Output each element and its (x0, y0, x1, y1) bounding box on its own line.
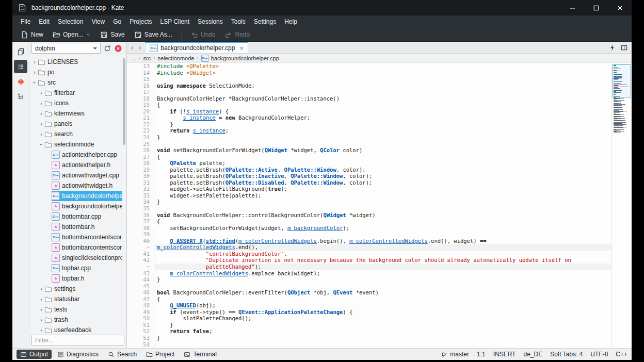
expander-icon[interactable]: › (31, 59, 38, 65)
tree-item-backgroundcolorhelper-h[interactable]: hbackgroundcolorhelper.h (29, 201, 126, 211)
tree-item-actionwithwidget-cpp[interactable]: C++actionwithwidget.cpp (29, 170, 126, 180)
code-segment: using namespace (157, 83, 206, 89)
sidebar-git-button[interactable] (14, 75, 27, 88)
code-line: 22 } (127, 121, 611, 128)
lightning-icon[interactable] (609, 44, 616, 51)
project-toolview-button[interactable]: Project (142, 350, 178, 359)
menu-item-lsp-client[interactable]: LSP Client (156, 15, 194, 28)
save-as-button[interactable]: Save As... (130, 30, 176, 40)
status-cursor-position[interactable]: 1:1 (477, 351, 486, 358)
tree-item-bottombar-cpp[interactable]: C++bottombar.cpp (29, 211, 126, 222)
sidebar-symbols-button[interactable] (14, 90, 27, 103)
menu-item-help[interactable]: Help (280, 15, 301, 28)
expander-icon[interactable]: › (38, 131, 44, 137)
redo-button-label: Redo (235, 31, 250, 38)
menu-item-edit[interactable]: Edit (35, 15, 54, 28)
tree-item-tests[interactable]: ›tests (29, 304, 126, 315)
code-segment (157, 264, 206, 270)
expander-icon[interactable]: › (38, 327, 44, 333)
new-button[interactable]: New (17, 30, 47, 40)
expander-icon[interactable]: › (38, 110, 44, 117)
menu-item-sessions[interactable]: Sessions (194, 15, 227, 28)
split-view-icon[interactable] (620, 44, 628, 52)
close-button[interactable] (608, 0, 632, 15)
text-editor[interactable]: 13#include <QPalette>14#include <QWidget… (127, 63, 611, 348)
tree-item-actiontexthelper-cpp[interactable]: C++actiontexthelper.cpp (29, 150, 126, 160)
status-encoding[interactable]: UTF-8 (590, 351, 608, 358)
tree-item-kitemviews[interactable]: ›kitemviews (29, 108, 126, 119)
tree-item-bottombarcontentscont-[interactable]: C++bottombarcontentscont... (29, 232, 126, 242)
expander-icon[interactable]: › (31, 79, 38, 86)
status-dictionary[interactable]: de_DE (523, 351, 542, 358)
maximize-button[interactable] (584, 0, 608, 15)
tree-item-licenses[interactable]: ›LICENSES (29, 57, 126, 67)
expander-icon[interactable]: › (38, 286, 44, 292)
expander-icon[interactable]: › (38, 306, 44, 312)
status-input-mode[interactable]: INSERT (493, 351, 516, 358)
status-git-branch[interactable]: master (441, 351, 469, 358)
expander-icon[interactable]: › (38, 296, 44, 302)
tree-item-po[interactable]: ›po (29, 67, 126, 77)
menu-item-projects[interactable]: Projects (125, 15, 156, 28)
expander-icon[interactable]: › (31, 69, 38, 75)
output-toolview-button[interactable]: Output (17, 350, 52, 359)
tree-item-selectionmode[interactable]: ›selectionmode (29, 139, 126, 150)
minimap-viewport[interactable] (613, 64, 631, 97)
sidebar-documents-button[interactable] (14, 45, 27, 58)
tree-item-bottombar-h[interactable]: hbottombar.h (29, 222, 126, 232)
diagnostics-toolview-button[interactable]: Diagnostics (54, 350, 102, 359)
tab-close-icon[interactable]: × (239, 44, 244, 52)
expander-icon[interactable]: › (38, 317, 44, 323)
tree-item-statusbar[interactable]: ›statusbar (29, 294, 126, 304)
tree-item-src[interactable]: ›src (29, 77, 126, 88)
tree-item-userfeedback[interactable]: ›userfeedback (29, 325, 126, 333)
menu-item-go[interactable]: Go (109, 15, 125, 28)
minimize-button[interactable] (560, 0, 584, 15)
open-button[interactable]: Open... (49, 30, 95, 40)
code-line: 18BackgroundColorHelper *BackgroundColor… (127, 95, 611, 102)
tree-item-icons[interactable]: ›icons (29, 98, 126, 108)
search-toolview-button[interactable]: Search (104, 350, 140, 359)
refresh-button[interactable] (103, 44, 111, 53)
tree-item-actionwithwidget-h[interactable]: hactionwithwidget.h (29, 180, 126, 191)
undo-button[interactable]: Undo (186, 30, 220, 40)
back-button[interactable]: ‹ (131, 43, 134, 52)
save-button[interactable]: Save (96, 30, 128, 40)
tree-item-filterbar[interactable]: ›filterbar (29, 88, 126, 98)
tree-item-actiontexthelper-h[interactable]: hactiontexthelper.h (29, 160, 126, 170)
minimap-scrollbar[interactable] (611, 63, 632, 348)
document-tab[interactable]: C++ backgroundcolorhelper.cpp × (145, 42, 248, 53)
close-project-button[interactable] (114, 44, 122, 53)
expander-icon[interactable]: › (38, 141, 44, 147)
tree-item-trash[interactable]: ›trash (29, 315, 126, 325)
breadcrumb-item[interactable]: backgroundcolorhelper.cpp (211, 55, 279, 61)
tree-item-topbar-h[interactable]: htopbar.h (29, 273, 126, 284)
tree-item-singleclickselectionproxy-[interactable]: hsingleclickselectionproxy... (29, 253, 126, 263)
breadcrumb-item[interactable]: src (143, 55, 151, 61)
terminal-toolview-button[interactable]: Terminal (180, 350, 220, 359)
tree-item-topbar-cpp[interactable]: C++topbar.cpp (29, 263, 126, 273)
forward-button[interactable]: › (139, 43, 141, 52)
status-tab-settings[interactable]: Soft Tabs: 4 (550, 351, 583, 358)
tree-item-search[interactable]: ›search (29, 129, 126, 139)
tree-item-bottombarcontentscont-[interactable]: hbottombarcontentscont... (29, 242, 126, 253)
menu-item-file[interactable]: File (17, 15, 35, 28)
expander-icon[interactable]: › (38, 90, 44, 96)
sidebar-project-files-button[interactable] (14, 60, 27, 73)
breadcrumb-item[interactable]: ... (132, 55, 136, 61)
menu-item-settings[interactable]: Settings (250, 15, 280, 28)
project-selector[interactable]: dolphin (31, 43, 101, 54)
redo-button[interactable]: Redo (220, 30, 254, 40)
tree-item-settings[interactable]: ›settings (29, 284, 126, 294)
menu-item-selection[interactable]: Selection (54, 15, 87, 28)
status-syntax-mode[interactable]: C++ (616, 351, 627, 358)
breadcrumb-item[interactable]: selectionmode (158, 55, 195, 61)
filter-input[interactable]: Filter... (31, 335, 124, 346)
menu-item-tools[interactable]: Tools (227, 15, 250, 28)
tree-item-backgroundcolorhelper-c-[interactable]: C++backgroundcolorhelper.c... (29, 191, 126, 201)
tree-item-panels[interactable]: ›panels (29, 119, 126, 129)
menu-item-view[interactable]: View (87, 15, 109, 28)
tree-scrollbar[interactable] (123, 58, 125, 145)
expander-icon[interactable]: › (38, 121, 44, 127)
expander-icon[interactable]: › (38, 100, 44, 106)
